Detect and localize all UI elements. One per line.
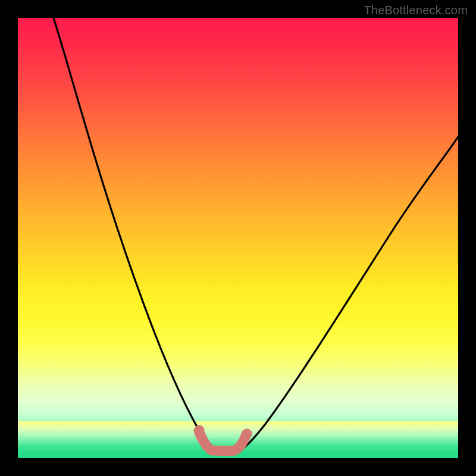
curve-right-branch — [238, 137, 458, 452]
plot-area — [18, 18, 458, 458]
curve-left-branch — [54, 18, 214, 452]
watermark-text: TheBottleneck.com — [364, 4, 468, 17]
chart-frame: TheBottleneck.com — [0, 0, 476, 476]
valley-cap-left — [195, 425, 205, 436]
valley-highlight — [199, 431, 246, 451]
bottleneck-curve — [18, 18, 458, 458]
valley-cap-right — [242, 429, 252, 439]
